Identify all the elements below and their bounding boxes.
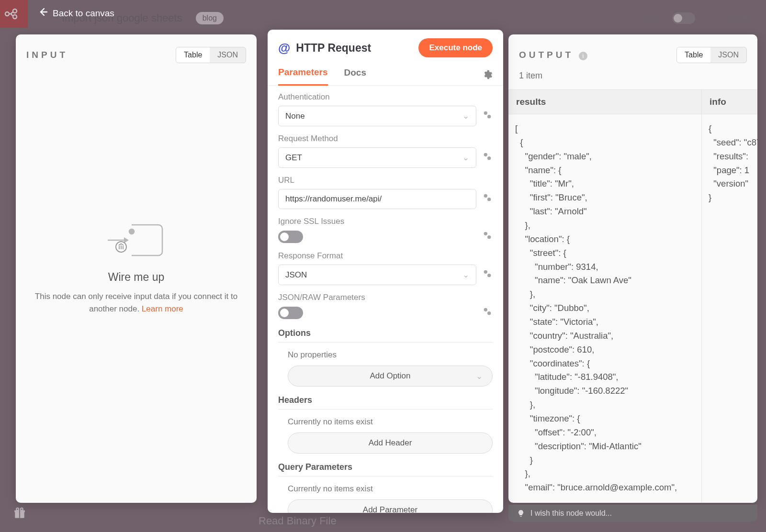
svg-point-14 <box>484 194 487 198</box>
svg-point-18 <box>484 270 487 273</box>
tab-docs[interactable]: Docs <box>344 67 366 85</box>
format-value: JSON <box>285 270 307 280</box>
node-settings-icon[interactable] <box>482 69 493 83</box>
headers-label: Headers <box>278 395 493 410</box>
query-empty: Currently no items exist <box>278 477 493 499</box>
param-gear-icon[interactable] <box>482 230 493 244</box>
info-icon[interactable]: i <box>579 52 587 60</box>
add-header-button[interactable]: Add Header <box>288 432 493 454</box>
options-empty: No properties <box>278 344 493 366</box>
query-label: Query Parameters <box>278 462 493 477</box>
lightbulb-icon <box>517 510 525 517</box>
add-header-label: Add Header <box>369 438 412 448</box>
param-gear-icon[interactable] <box>482 268 493 282</box>
ssl-label: Ignore SSL Issues <box>278 217 493 226</box>
headers-empty: Currently no items exist <box>278 410 493 432</box>
http-at-icon: @ <box>278 41 290 55</box>
svg-rect-5 <box>19 510 20 518</box>
add-option-label: Add Option <box>370 371 410 381</box>
node-title[interactable]: HTTP Request <box>296 42 371 55</box>
svg-point-8 <box>129 229 134 234</box>
ssl-toggle[interactable] <box>278 231 303 243</box>
svg-point-7 <box>21 508 23 510</box>
input-tab-table[interactable]: Table <box>176 47 210 63</box>
output-tab-json[interactable]: JSON <box>710 47 746 63</box>
input-panel: INPUT Table JSON Wire me up This node ca… <box>16 34 257 503</box>
input-title: INPUT <box>26 50 68 60</box>
format-label: Response Format <box>278 251 493 261</box>
arrow-left-icon <box>38 7 48 19</box>
chevron-down-icon: ⌄ <box>476 371 483 381</box>
svg-point-13 <box>487 156 491 160</box>
add-option-button[interactable]: Add Option ⌄ <box>288 366 493 387</box>
svg-point-6 <box>16 508 19 510</box>
wish-bar[interactable]: I wish this node would... <box>508 505 757 522</box>
method-select[interactable]: GET ⌄ <box>278 147 476 168</box>
wish-text: I wish this node would... <box>530 509 612 518</box>
param-gear-icon[interactable] <box>482 110 493 123</box>
param-gear-icon[interactable] <box>482 306 493 320</box>
param-gear-icon[interactable] <box>482 192 493 206</box>
svg-point-15 <box>487 198 491 201</box>
auth-select[interactable]: None ⌄ <box>278 106 476 126</box>
method-value: GET <box>285 153 302 163</box>
url-input[interactable]: https://randomuser.me/api/ <box>278 189 476 209</box>
auth-value: None <box>285 111 305 121</box>
add-parameter-button[interactable]: Add Parameter <box>288 499 493 513</box>
param-gear-icon[interactable] <box>482 151 493 165</box>
output-col-info[interactable]: info <box>702 89 757 114</box>
chevron-down-icon: ⌄ <box>462 270 469 280</box>
canvas-node-label: Read Binary File <box>259 515 337 527</box>
tab-parameters[interactable]: Parameters <box>278 67 328 86</box>
output-panel: OUTPUT i Table JSON 1 item results [ { "… <box>508 34 757 503</box>
output-col-results[interactable]: results <box>508 89 701 114</box>
output-title: OUTPUT <box>519 50 574 60</box>
svg-point-16 <box>484 232 487 235</box>
output-results-json[interactable]: [ { "gender": "male", "name": { "title":… <box>508 114 701 502</box>
chevron-down-icon: ⌄ <box>462 153 469 163</box>
auth-label: Authentication <box>278 92 493 102</box>
svg-point-11 <box>487 115 491 118</box>
url-label: URL <box>278 176 493 185</box>
input-empty-title: Wire me up <box>108 271 165 284</box>
output-info-json[interactable]: { "seed": "c87ea9cc "results": "page": 1… <box>702 114 757 212</box>
svg-point-21 <box>487 311 491 315</box>
gift-icon[interactable] <box>13 507 26 523</box>
output-tab-table[interactable]: Table <box>677 47 710 63</box>
chevron-down-icon: ⌄ <box>462 111 469 121</box>
raw-toggle[interactable] <box>278 307 303 319</box>
output-item-count: 1 item <box>508 68 757 81</box>
back-label: Back to canvas <box>53 8 114 19</box>
svg-point-20 <box>484 308 487 311</box>
add-parameter-label: Add Parameter <box>363 505 417 513</box>
svg-point-17 <box>487 235 491 239</box>
input-view-toggle: Table JSON <box>176 47 246 63</box>
svg-point-19 <box>487 274 491 277</box>
input-empty-sub: This node can only receive input data if… <box>35 292 237 313</box>
back-to-canvas[interactable]: Back to canvas <box>38 7 114 19</box>
input-tab-json[interactable]: JSON <box>210 47 246 63</box>
url-value: https://randomuser.me/api/ <box>285 194 382 204</box>
learn-more-link[interactable]: Learn more <box>142 304 183 313</box>
execute-node-button[interactable]: Execute node <box>418 38 493 57</box>
svg-point-12 <box>484 153 487 156</box>
svg-point-10 <box>484 111 487 114</box>
output-view-toggle: Table JSON <box>676 47 747 63</box>
node-editor: @ HTTP Request Execute node Parameters D… <box>268 30 503 513</box>
options-label: Options <box>278 328 493 343</box>
format-select[interactable]: JSON ⌄ <box>278 265 476 285</box>
raw-label: JSON/RAW Parameters <box>278 293 493 302</box>
method-label: Request Method <box>278 134 493 144</box>
wire-icon <box>103 221 170 259</box>
